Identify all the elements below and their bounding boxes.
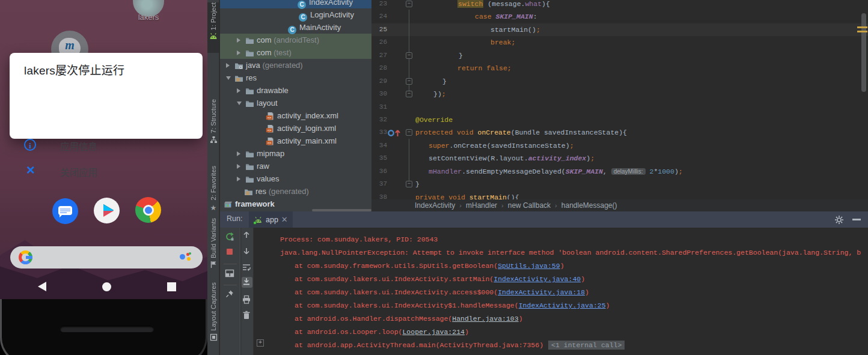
console-line: Process: com.sunday.lakers, PID: 20543 xyxy=(280,233,438,246)
tool-strip-structure[interactable]: 7: Structure xyxy=(207,99,219,150)
expand-trace-icon[interactable]: + xyxy=(257,339,264,347)
google-search-bar[interactable] xyxy=(10,246,203,269)
fold-marker-icon[interactable]: − xyxy=(406,52,412,59)
class-icon: C xyxy=(299,10,308,19)
tool-strip-build-variants[interactable]: Build Variants xyxy=(207,218,219,273)
breadcrumb-item[interactable]: handleMessage() xyxy=(561,201,617,210)
fold-marker-icon[interactable]: − xyxy=(406,78,412,85)
nav-home-button[interactable] xyxy=(102,282,111,291)
tree-expand-arrow[interactable] xyxy=(237,164,240,169)
stack-trace-link[interactable]: IndexActivity.java:25 xyxy=(519,302,606,309)
minimize-icon[interactable] xyxy=(852,219,861,220)
tree-expand-arrow[interactable] xyxy=(237,151,240,156)
chrome-hub-icon xyxy=(143,205,154,216)
code-line-34: 34super.onCreate(savedInstanceState); xyxy=(371,139,868,152)
nav-back-button[interactable] xyxy=(38,282,46,291)
stack-trace-link[interactable]: Looper.java:214 xyxy=(402,328,465,336)
tool-strip-label: 1: Project xyxy=(210,2,217,30)
running-indicator xyxy=(253,221,257,225)
scroll-to-end-button[interactable] xyxy=(242,277,252,288)
code-editor[interactable]: 23−switch (message.what){24case SKIP_MAI… xyxy=(371,0,868,199)
next-trace-button[interactable] xyxy=(242,246,252,257)
search-result-mark[interactable] xyxy=(857,31,867,32)
settings-gear-icon[interactable] xyxy=(834,215,844,225)
run-toolbar-left xyxy=(220,228,240,355)
print-button[interactable] xyxy=(242,295,252,306)
breadcrumb-item[interactable]: mHandler xyxy=(466,201,497,210)
restore-layout-button[interactable] xyxy=(225,269,236,279)
tree-row-drawable[interactable]: drawable xyxy=(220,84,371,97)
tree-expand-arrow[interactable] xyxy=(237,88,240,93)
fold-marker-icon[interactable]: − xyxy=(406,91,412,97)
tree-row-framework[interactable]: framework xyxy=(220,198,371,210)
folder-gen-icon xyxy=(234,61,244,70)
tool-strip-favorites[interactable]: 2: Favorites★ xyxy=(207,166,219,211)
prev-trace-button[interactable] xyxy=(242,230,252,241)
breadcrumb-item[interactable]: new Callback xyxy=(508,201,551,210)
nav-recents-button[interactable] xyxy=(167,282,176,291)
rerun-button[interactable] xyxy=(225,232,236,243)
stop-button[interactable] xyxy=(225,247,236,258)
console-line: at android.os.Looper.loop(Looper.java:21… xyxy=(295,326,469,339)
editor-scrollbar[interactable] xyxy=(861,13,866,92)
app-info-action[interactable]: i 应用信息 xyxy=(10,133,203,159)
tree-row-mipmap[interactable]: mipmap xyxy=(220,147,371,160)
fold-marker-icon[interactable]: − xyxy=(406,129,412,136)
stack-trace-link[interactable]: Handler.java:103 xyxy=(452,315,518,323)
run-console[interactable]: + Process: com.sunday.lakers, PID: 20543… xyxy=(253,228,868,355)
tree-row-java[interactable]: java (generated) xyxy=(220,59,371,71)
chrome-app-icon[interactable] xyxy=(135,197,161,223)
clear-console-button[interactable] xyxy=(242,311,252,321)
stack-trace-link[interactable]: IndexActivity.java:40 xyxy=(494,275,581,283)
line-number: 32 xyxy=(371,114,387,126)
override-marker-icon[interactable] xyxy=(387,129,405,141)
stack-trace-link[interactable]: SpUtils.java:59 xyxy=(498,262,560,270)
tree-collapse-arrow[interactable] xyxy=(226,76,231,80)
tree-expand-arrow[interactable] xyxy=(237,177,240,181)
tree-row-res[interactable]: res (generated) xyxy=(220,185,371,198)
line-number: 37 xyxy=(371,178,387,190)
tree-row-activity-main-xml[interactable]: <>activity_main.xml xyxy=(220,135,371,147)
tree-row-layout[interactable]: layout xyxy=(220,97,371,109)
tree-row-com[interactable]: com (test) xyxy=(220,46,371,59)
code-line-31: 31 xyxy=(371,101,868,114)
project-tree-panel[interactable]: frameworkres (generated)valuesrawmipmap<… xyxy=(220,0,371,211)
tool-strip-layout-captures[interactable]: Layout Captures xyxy=(207,282,219,352)
play-store-app-icon[interactable] xyxy=(94,198,120,223)
console-line: at com.android.internal.os.RuntimeInit$M… xyxy=(295,352,643,355)
console-line: at com.sunday.lakers.ui.IndexActivity.st… xyxy=(295,273,585,286)
code-line-23: 23−switch (message.what){ xyxy=(371,0,868,10)
search-result-mark[interactable] xyxy=(857,26,867,28)
tree-expand-arrow[interactable] xyxy=(237,50,240,55)
tree-row-indexactivity[interactable]: CIndexActivity xyxy=(220,0,371,8)
assistant-icon[interactable] xyxy=(180,252,192,263)
tree-row-loginactivity[interactable]: CLoginActivity xyxy=(220,8,371,21)
stack-trace-link[interactable]: IndexActivity.java:18 xyxy=(498,288,585,296)
tree-row-com[interactable]: com (androidTest) xyxy=(220,34,371,46)
pin-tab-button[interactable] xyxy=(225,289,236,300)
fold-marker-icon[interactable]: − xyxy=(406,1,412,7)
run-tab-app[interactable]: app ✕ xyxy=(249,211,293,228)
tree-row-raw[interactable]: raw xyxy=(220,160,371,172)
tree-row-activity-login-xml[interactable]: <>activity_login.xml xyxy=(220,122,371,135)
breadcrumb-item[interactable]: IndexActivity xyxy=(415,201,455,210)
tree-collapse-arrow[interactable] xyxy=(237,102,242,105)
tree-row-values[interactable]: values xyxy=(220,172,371,185)
tree-row-res[interactable]: res xyxy=(220,71,371,84)
android-icon xyxy=(209,32,218,43)
phone-bezel xyxy=(0,299,207,355)
line-number: 23 xyxy=(371,0,387,10)
tree-row-activity-index-xml[interactable]: <>activity_index.xml xyxy=(220,109,371,122)
code-line-27: 27−} xyxy=(371,49,868,62)
tree-expand-arrow[interactable] xyxy=(237,38,240,43)
tab-close-icon[interactable]: ✕ xyxy=(281,216,288,223)
tool-strip-project[interactable]: 1: Project xyxy=(207,2,219,53)
close-app-action[interactable]: × 关闭应用 xyxy=(10,159,203,184)
code-line-29: 29−} xyxy=(371,75,868,88)
tree-row-mainactivity[interactable]: CMainActivity xyxy=(220,21,371,34)
xml-icon: <> xyxy=(266,124,275,133)
tree-expand-arrow[interactable] xyxy=(226,63,230,68)
messages-app-icon[interactable] xyxy=(52,198,78,224)
soft-wrap-button[interactable] xyxy=(242,262,252,273)
fold-marker-icon[interactable]: − xyxy=(406,181,412,187)
